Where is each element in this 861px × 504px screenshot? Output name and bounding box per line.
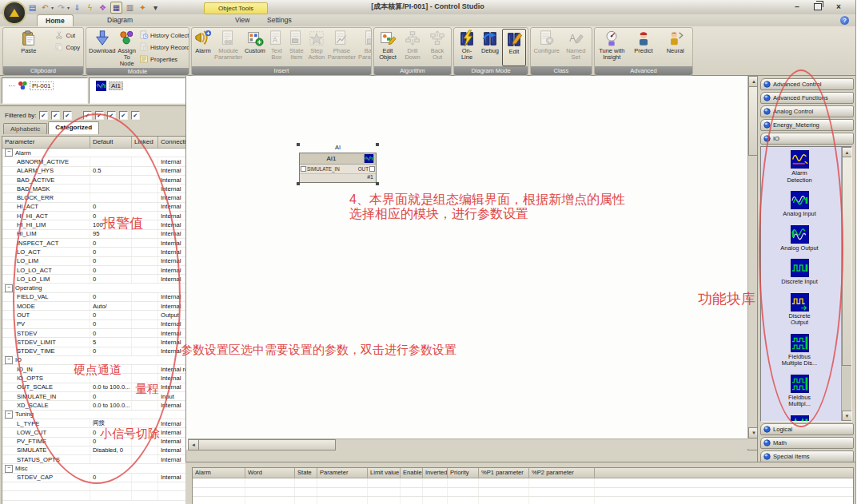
block-list-item[interactable]: AI1 (96, 81, 185, 91)
redo-dropdown-icon[interactable]: ▾ (67, 5, 70, 10)
parameter-row[interactable]: FIELD_VAL0Internal (2, 293, 185, 302)
palette-item-discrete-output[interactable]: Discrete Output (761, 293, 838, 327)
undo-icon[interactable]: ↶ (40, 2, 50, 13)
tab-diagram[interactable]: Diagram (99, 14, 141, 26)
collapse-icon[interactable]: − (5, 465, 13, 473)
parameter-row[interactable]: BAD_ACTIVEInternal (2, 176, 185, 185)
on-line-button[interactable]: On-Line (456, 29, 478, 66)
edit-object-button[interactable]: Edit Object (376, 29, 400, 66)
parameter-row[interactable]: ALARM_HYS0.5Internal (2, 167, 185, 176)
input-port-simulate-in[interactable]: SIMULATE_IN (301, 166, 340, 172)
app-logo[interactable] (2, 1, 26, 25)
selection-handle[interactable] (297, 143, 300, 146)
module-tree-item[interactable]: PI-001 (9, 81, 87, 90)
group-row-misc[interactable]: −Misc (2, 464, 185, 473)
parameter-row[interactable]: LOW_CUT0Internal (2, 428, 185, 437)
download-button[interactable]: Download (88, 29, 116, 68)
palette-category-advanced-functions[interactable]: Advanced Functions (760, 92, 854, 104)
edit-button[interactable]: Edit (502, 29, 526, 66)
parameter-row[interactable]: LO_LIM0Internal (2, 257, 185, 266)
parameter-row[interactable]: PV_FTIME0Internal (2, 438, 185, 446)
column-header-enable[interactable]: Enable (401, 468, 423, 478)
parameter-row[interactable]: IO_INInternal ref (2, 365, 185, 374)
parameter-row[interactable]: XD_SCALE0.0 to 100.0...Internal (2, 401, 185, 410)
close-button[interactable]: × (833, 2, 844, 11)
column-header-inverted[interactable]: Inverted (423, 468, 448, 478)
tune-with-insight-button[interactable]: Tune with Insight (596, 29, 628, 66)
scroll-down-button[interactable]: ▼ (842, 411, 852, 421)
collapse-icon[interactable]: − (5, 356, 13, 364)
ai-function-block[interactable]: AI AI1 SIMULATE_IN OUT #1 (299, 144, 377, 183)
parameter-row[interactable]: L_TYPE间接Internal (2, 419, 185, 428)
custom-button[interactable]: Custom (244, 29, 266, 66)
restore-button[interactable] (812, 2, 823, 11)
alarm-button[interactable]: Alarm (193, 29, 213, 66)
diagram-canvas[interactable]: AI AI1 SIMULATE_IN OUT #1 (185, 76, 758, 450)
state-item-button[interactable]: State Item (287, 29, 306, 66)
lightning-icon[interactable]: ϟ (85, 2, 95, 13)
parameter-row[interactable]: INSPECT_ACT0Internal (2, 239, 185, 248)
parameter-row[interactable]: BAD_MASKInternal (2, 185, 185, 193)
drill-down-button[interactable]: Drill Down (401, 29, 425, 66)
predict-button[interactable]: Predict (628, 29, 660, 66)
parameter-row[interactable]: BLOCK_ERRInternal (2, 193, 185, 202)
column-header-connection[interactable]: Connection (158, 137, 186, 148)
report-icon[interactable]: ▥ (125, 2, 135, 13)
parameter-row[interactable]: SIMULATEDisabled, 0Internal (2, 446, 185, 455)
neural-button[interactable]: Neural (660, 29, 691, 66)
palette-item-alarm-detection[interactable]: Alarm Detection (761, 150, 838, 184)
filter-checkbox[interactable]: ✔ (131, 111, 140, 120)
phase-parameter-button[interactable]: Phase Parameter (327, 29, 357, 66)
palette-category-advanced-control[interactable]: Advanced Control (760, 78, 854, 90)
parameter-row[interactable]: OUT0Output (2, 311, 185, 319)
filter-checkbox[interactable]: ✔ (63, 111, 72, 120)
column-header-alarm[interactable]: Alarm (193, 468, 245, 478)
palette-item-fieldbus-multipl[interactable]: Fieldbus Multipl... (761, 375, 838, 408)
paste-button[interactable]: Paste (5, 29, 52, 66)
group-row-alarm[interactable]: −Alarm (2, 149, 185, 157)
group-row-io[interactable]: −IO (2, 356, 185, 365)
palette-category-math[interactable]: Math (760, 437, 854, 449)
column-header-default[interactable]: Default (90, 137, 132, 148)
parameter-row[interactable]: LO_ACT0Internal (2, 248, 185, 256)
diagram-icon[interactable]: ▦ (110, 2, 122, 14)
download-small-icon[interactable]: ⇓ (72, 2, 82, 13)
palette-category-logical[interactable]: Logical (760, 423, 854, 435)
parameter-row[interactable]: IO_OPTSInternal (2, 374, 185, 383)
more-icon[interactable]: ▾ (150, 2, 161, 13)
palette-item-analog-output[interactable]: Analog Output (761, 225, 838, 252)
undo-dropdown-icon[interactable]: ▾ (51, 5, 54, 10)
palette-category-io[interactable]: IO (760, 133, 854, 145)
assign-to-node-button[interactable]: Assign To Node (117, 29, 137, 68)
redo-icon[interactable]: ↷ (56, 2, 66, 13)
selection-handle[interactable] (376, 143, 379, 146)
history-collection-button[interactable]: History Collection (138, 30, 189, 41)
port-connector[interactable] (301, 166, 306, 172)
filter-checkbox[interactable]: ✔ (83, 111, 92, 120)
port-connector[interactable] (369, 166, 375, 172)
named-set-button[interactable]: ANamed Set (562, 29, 591, 66)
debug-button[interactable]: Debug (479, 29, 501, 66)
parameter-row[interactable]: PV0Internal (2, 320, 185, 329)
tab-categorized[interactable]: Categorized (48, 121, 99, 134)
minimize-button[interactable]: – (791, 2, 803, 11)
scroll-thumb[interactable] (842, 157, 852, 366)
group-row-operating[interactable]: −Operating (2, 284, 185, 292)
back-out-button[interactable]: Back Out (425, 29, 449, 66)
spark-icon[interactable]: ✦ (138, 2, 148, 13)
parameter-row[interactable]: HI_ACT0Internal (2, 203, 185, 212)
tab-alphabetic[interactable]: Alphabetic (3, 123, 47, 134)
tab-settings[interactable]: Settings (259, 14, 300, 26)
column-header-%p2-parameter[interactable]: %P2 parameter (529, 468, 595, 478)
column-header-%p1-parameter[interactable]: %P1 parameter (479, 468, 529, 478)
collapse-icon[interactable]: − (5, 411, 13, 419)
filter-checkbox[interactable]: ✔ (51, 111, 60, 120)
filter-checkbox[interactable]: ✔ (107, 111, 116, 120)
output-port-out[interactable]: OUT (358, 166, 375, 172)
parameter-row[interactable]: STDEV_LIMIT5Internal (2, 338, 185, 347)
parameter-row[interactable]: STDEV_CAP0Internal (2, 474, 185, 482)
palette-category-energy-metering[interactable]: Energy_Metering (760, 119, 854, 131)
selection-handle[interactable] (376, 182, 379, 185)
filter-checkbox[interactable]: ✔ (95, 111, 104, 120)
configure-button[interactable]: Configure (532, 29, 561, 66)
